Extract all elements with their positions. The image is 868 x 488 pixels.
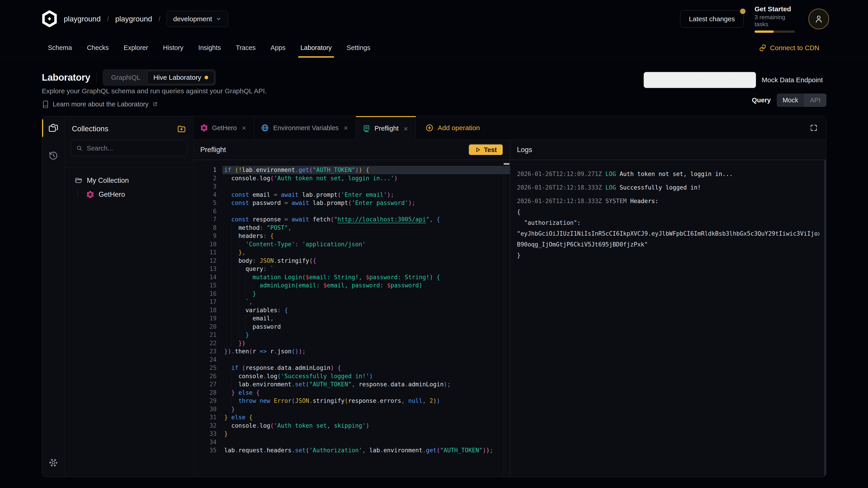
sidebar-icon-rail <box>42 116 65 477</box>
preflight-panel-title: Preflight <box>200 146 226 154</box>
rail-settings-button[interactable] <box>42 454 65 471</box>
code-line: 28 } else { <box>193 389 510 397</box>
nav-tab-history[interactable]: History <box>163 38 183 58</box>
rail-collections-button[interactable] <box>42 120 65 136</box>
line-number: 24 <box>193 356 222 364</box>
page-title: Laboratory <box>42 72 90 83</box>
toggle-graphiql[interactable]: GraphiQL <box>104 71 147 84</box>
primary-nav-items: SchemaChecksExplorerHistoryInsightsTrace… <box>48 38 370 58</box>
logs-scrollbar[interactable] <box>824 160 826 477</box>
code-line: 14 mutation Login($email: String!, $pass… <box>193 273 510 282</box>
search-input[interactable] <box>87 144 182 152</box>
mode-mock-option[interactable]: Mock <box>777 94 804 107</box>
target-selector[interactable]: development <box>166 11 228 27</box>
mode-api-option[interactable]: API <box>804 94 827 107</box>
primary-nav: SchemaChecksExplorerHistoryInsightsTrace… <box>0 38 868 58</box>
connect-endpoint-button[interactable]: Connect GraphQL API Endpoint <box>644 72 756 88</box>
notification-dot <box>740 8 745 14</box>
get-started-widget[interactable]: Get Started 3 remaining tasks <box>754 5 798 33</box>
code-line: 1if (!lab.environment.get("AUTH_TOKEN"))… <box>193 166 510 174</box>
log-entry: 2026-01-26T12:12:18.333Z SYSTEM Headers:… <box>517 196 819 261</box>
laboratory-header: Laboratory GraphiQL Hive Laboratory Expl… <box>0 58 868 116</box>
code-line: 26 console.log('Successfully logged in!'… <box>193 372 510 381</box>
graphql-icon <box>86 191 94 198</box>
code-line: 7 const response = await fetch("http://l… <box>193 215 510 224</box>
log-entry: 2026-01-26T12:12:09.271Z LOG Auth token … <box>517 168 819 180</box>
add-operation-button[interactable]: Add operation <box>416 116 489 140</box>
latest-changes-button[interactable]: Latest changes <box>680 10 744 28</box>
line-number: 16 <box>193 290 222 298</box>
line-number: 8 <box>193 224 222 232</box>
code-line: 27 lab.environment.set("AUTH_TOKEN", res… <box>193 380 510 389</box>
line-number: 34 <box>193 438 222 447</box>
line-number: 3 <box>193 182 222 191</box>
line-number: 13 <box>193 265 222 273</box>
connect-cdn-label: Connect to CDN <box>770 44 819 52</box>
add-collection-icon[interactable] <box>177 124 186 133</box>
close-icon[interactable]: × <box>403 125 409 132</box>
collections-search[interactable] <box>71 140 187 156</box>
add-operation-label: Add operation <box>438 124 480 132</box>
test-button[interactable]: Test <box>469 144 503 156</box>
line-number: 17 <box>193 298 222 306</box>
nav-tab-traces[interactable]: Traces <box>236 38 256 58</box>
hive-logo-icon[interactable] <box>41 10 58 27</box>
user-avatar[interactable] <box>808 8 829 29</box>
laboratory-workspace: Collections My Colle <box>42 116 827 477</box>
learn-more-link[interactable]: Learn more about the Laboratory <box>42 100 158 108</box>
line-number: 14 <box>193 273 222 282</box>
connect-cdn-link[interactable]: Connect to CDN <box>759 38 819 58</box>
nav-tab-laboratory[interactable]: Laboratory <box>301 38 332 58</box>
collections-panel: Collections My Colle <box>65 116 193 477</box>
circle-plus-icon <box>426 124 434 132</box>
code-line: 10 'Content-Type': 'application/json' <box>193 240 510 249</box>
line-number: 23 <box>193 347 222 356</box>
progress-fill <box>754 31 774 33</box>
editor-scrollbar-thumb[interactable] <box>504 163 509 165</box>
preflight-code-editor[interactable]: 1if (!lab.environment.get("AUTH_TOKEN"))… <box>193 160 510 477</box>
close-icon[interactable]: × <box>343 124 349 132</box>
nav-tab-schema[interactable]: Schema <box>48 38 72 58</box>
breadcrumb-org[interactable]: playground <box>64 15 101 23</box>
code-line: 29 throw new Error(JSON.stringify(respon… <box>193 397 510 405</box>
tab-environment-variables[interactable]: Environment Variables × <box>254 116 356 140</box>
line-number: 32 <box>193 422 222 430</box>
code-line: 9 headers: { <box>193 232 510 240</box>
code-line: 21 } <box>193 331 510 339</box>
fullscreen-icon <box>810 124 817 131</box>
mock-endpoint-button[interactable]: Mock Data Endpoint <box>762 72 823 88</box>
code-line: 6 <box>193 207 510 216</box>
tab-preflight[interactable]: Preflight × <box>356 116 416 140</box>
code-line: 30 } <box>193 405 510 414</box>
collection-folder-my-collection[interactable]: My Collection <box>74 176 193 185</box>
fullscreen-button[interactable] <box>801 116 826 140</box>
get-started-progressbar <box>754 31 795 33</box>
toggle-hive-label: Hive Laboratory <box>153 74 201 81</box>
nav-tab-settings[interactable]: Settings <box>347 38 370 58</box>
code-line: 12 body: JSON.stringify({ <box>193 257 510 265</box>
collection-operation-gethero[interactable]: GetHero <box>86 191 193 199</box>
code-line: 32 console.log('Auth token set, skipping… <box>193 422 510 430</box>
editor-workspace: GetHero × Environment Variables × <box>193 116 826 477</box>
line-number: 5 <box>193 199 222 207</box>
line-number: 29 <box>193 397 222 405</box>
nav-tab-apps[interactable]: Apps <box>271 38 285 58</box>
nav-tab-checks[interactable]: Checks <box>87 38 109 58</box>
accent-dot <box>205 76 208 79</box>
toggle-hive-laboratory[interactable]: Hive Laboratory <box>147 71 214 84</box>
nav-tab-explorer[interactable]: Explorer <box>124 38 148 58</box>
ui-mode-toggle: GraphiQL Hive Laboratory <box>103 69 216 86</box>
tab-gethero[interactable]: GetHero × <box>193 116 254 140</box>
line-number: 21 <box>193 331 222 339</box>
line-number: 6 <box>193 207 222 216</box>
nav-tab-insights[interactable]: Insights <box>198 38 221 58</box>
code-line: 11 }, <box>193 248 510 257</box>
code-line: 25 if (response.data.adminLogin) { <box>193 364 510 372</box>
line-number: 31 <box>193 413 222 422</box>
query-mode-row: Query Mock API <box>752 94 827 107</box>
code-line: 20 password <box>193 323 510 331</box>
rail-history-button[interactable] <box>42 147 65 164</box>
breadcrumb-project[interactable]: playground <box>115 15 152 23</box>
connect-endpoint-label: Connect GraphQL API Endpoint <box>652 76 748 84</box>
close-icon[interactable]: × <box>241 124 247 132</box>
